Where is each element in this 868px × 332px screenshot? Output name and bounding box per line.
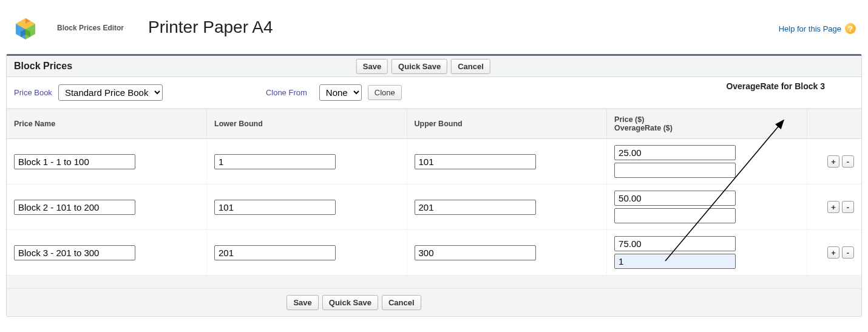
- clone-group: Clone From None Clone: [266, 84, 402, 101]
- panel-header: Block Prices Save Quick Save Cancel: [7, 56, 861, 77]
- price-name-input[interactable]: [14, 200, 135, 215]
- product-cube-icon: [12, 15, 39, 42]
- table-row: + -: [7, 185, 861, 230]
- help-icon[interactable]: ?: [845, 23, 856, 34]
- block-prices-panel: Block Prices Save Quick Save Cancel Pric…: [6, 54, 862, 317]
- remove-row-button[interactable]: -: [842, 246, 854, 259]
- price-input[interactable]: [614, 145, 736, 160]
- clone-from-label: Clone From: [266, 88, 307, 97]
- lower-bound-input[interactable]: [214, 200, 336, 215]
- table-header-row: Price Name Lower Bound Upper Bound Price…: [7, 109, 861, 139]
- price-input[interactable]: [614, 236, 736, 251]
- price-name-input[interactable]: [14, 245, 135, 260]
- price-book-select[interactable]: Standard Price Book: [58, 84, 163, 101]
- header-actions: [807, 109, 861, 139]
- add-row-button[interactable]: +: [827, 246, 839, 259]
- remove-row-button[interactable]: -: [842, 155, 854, 168]
- header-price: Price ($) OverageRate ($): [607, 109, 807, 139]
- cancel-button[interactable]: Cancel: [451, 59, 490, 74]
- save-button[interactable]: Save: [356, 59, 388, 74]
- controls-row: Price Book Standard Price Book Clone Fro…: [7, 77, 861, 109]
- overage-rate-input[interactable]: [614, 254, 736, 269]
- table-row: + -: [7, 139, 861, 185]
- overage-rate-input[interactable]: [614, 208, 736, 223]
- cancel-button-bottom[interactable]: Cancel: [382, 295, 421, 310]
- lower-bound-input[interactable]: [214, 245, 336, 260]
- price-input[interactable]: [614, 191, 736, 206]
- quick-save-button-bottom[interactable]: Quick Save: [322, 295, 378, 310]
- header-upper-bound: Upper Bound: [407, 109, 607, 139]
- block-prices-table: Price Name Lower Bound Upper Bound Price…: [7, 109, 861, 288]
- clone-from-select[interactable]: None: [319, 84, 362, 101]
- header-price-name: Price Name: [7, 109, 207, 139]
- save-button-bottom[interactable]: Save: [287, 295, 318, 310]
- page-header: Block Prices Editor Printer Paper A4 Hel…: [6, 6, 862, 54]
- price-book-label: Price Book: [14, 88, 52, 97]
- lower-bound-input[interactable]: [214, 154, 336, 169]
- clone-button[interactable]: Clone: [368, 85, 402, 100]
- upper-bound-input[interactable]: [415, 154, 536, 169]
- overage-rate-input[interactable]: [614, 163, 736, 178]
- upper-bound-input[interactable]: [415, 245, 536, 260]
- spacer-row: [7, 276, 861, 288]
- header-lower-bound: Lower Bound: [207, 109, 407, 139]
- annotation-text: OverageRate for Block 3: [726, 81, 825, 91]
- remove-row-button[interactable]: -: [842, 201, 854, 213]
- bottom-button-group: Save Quick Save Cancel: [7, 288, 861, 316]
- page-title: Printer Paper A4: [148, 18, 273, 37]
- upper-bound-input[interactable]: [415, 200, 536, 215]
- add-row-button[interactable]: +: [827, 201, 839, 213]
- top-button-group: Save Quick Save Cancel: [356, 59, 490, 74]
- panel-title: Block Prices: [14, 61, 72, 72]
- table-row: + -: [7, 230, 861, 276]
- help-link[interactable]: Help for this Page: [779, 24, 841, 33]
- quick-save-button[interactable]: Quick Save: [392, 59, 447, 74]
- editor-label: Block Prices Editor: [57, 24, 124, 32]
- add-row-button[interactable]: +: [827, 155, 839, 168]
- help-link-container: Help for this Page ?: [779, 23, 856, 34]
- price-name-input[interactable]: [14, 154, 135, 169]
